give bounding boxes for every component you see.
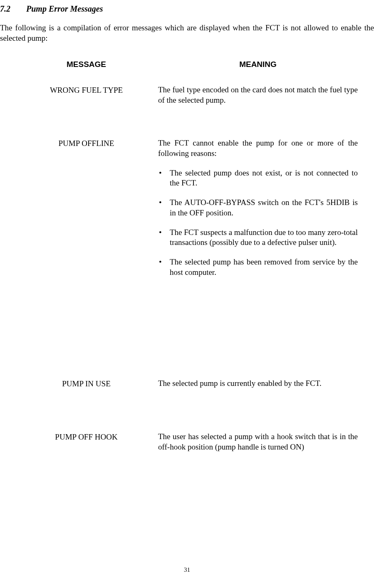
bullet-text: The selected pump does not exist, or is … [170, 168, 358, 188]
message-pump-off-hook: PUMP OFF HOOK [15, 432, 158, 442]
list-item: • The AUTO-OFF-BYPASS switch on the FCT'… [158, 198, 358, 218]
header-message: MESSAGE [15, 60, 158, 69]
section-title: Pump Error Messages [26, 4, 103, 13]
bullet-text: The AUTO-OFF-BYPASS switch on the FCT's … [170, 198, 358, 218]
pump-offline-reasons-list: • The selected pump does not exist, or i… [158, 168, 358, 278]
meaning-pump-off-hook: The user has selected a pump with a hook… [158, 432, 358, 452]
bullet-text: The FCT suspects a malfunction due to to… [170, 227, 358, 248]
bullet-icon: • [158, 198, 170, 218]
list-item: • The selected pump does not exist, or i… [158, 168, 358, 188]
bullet-text: The selected pump has been removed from … [170, 257, 358, 277]
meaning-pump-offline: The FCT cannot enable the pump for one o… [158, 138, 358, 158]
page-number: 31 [0, 566, 374, 573]
section-number: 7.2 [0, 4, 24, 14]
list-item: • The selected pump has been removed fro… [158, 257, 358, 277]
list-item: • The FCT suspects a malfunction due to … [158, 227, 358, 248]
error-messages-table: MESSAGE WRONG FUEL TYPE PUMP OFFLINE PUM… [0, 60, 374, 472]
header-meaning: MEANING [158, 60, 358, 69]
message-wrong-fuel-type: WRONG FUEL TYPE [15, 85, 158, 95]
bullet-icon: • [158, 168, 170, 188]
section-heading: 7.2 Pump Error Messages [0, 4, 374, 14]
bullet-icon: • [158, 227, 170, 248]
meaning-wrong-fuel-type: The fuel type encoded on the card does n… [158, 85, 358, 105]
message-pump-offline: PUMP OFFLINE [15, 138, 158, 148]
meaning-pump-in-use: The selected pump is currently enabled b… [158, 378, 358, 389]
bullet-icon: • [158, 257, 170, 277]
intro-paragraph: The following is a compilation of error … [0, 23, 374, 43]
message-pump-in-use: PUMP IN USE [15, 378, 158, 388]
